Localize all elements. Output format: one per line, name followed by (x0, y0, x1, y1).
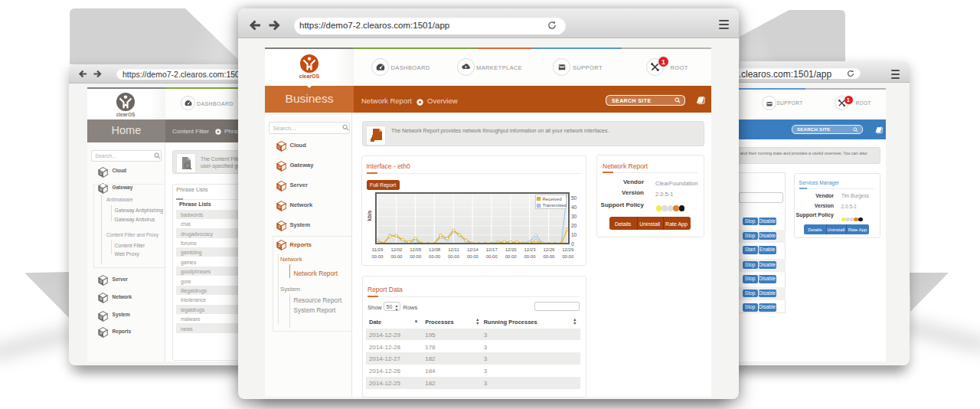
svg-text:N: N (278, 204, 280, 208)
svg-text:N: N (100, 297, 102, 301)
svg-text:S: S (278, 224, 280, 228)
svg-text:R: R (100, 332, 102, 335)
svg-text:S: S (100, 316, 102, 319)
svg-text:S: S (100, 280, 102, 283)
svg-text:G: G (278, 165, 281, 169)
svg-text:S: S (278, 185, 280, 189)
